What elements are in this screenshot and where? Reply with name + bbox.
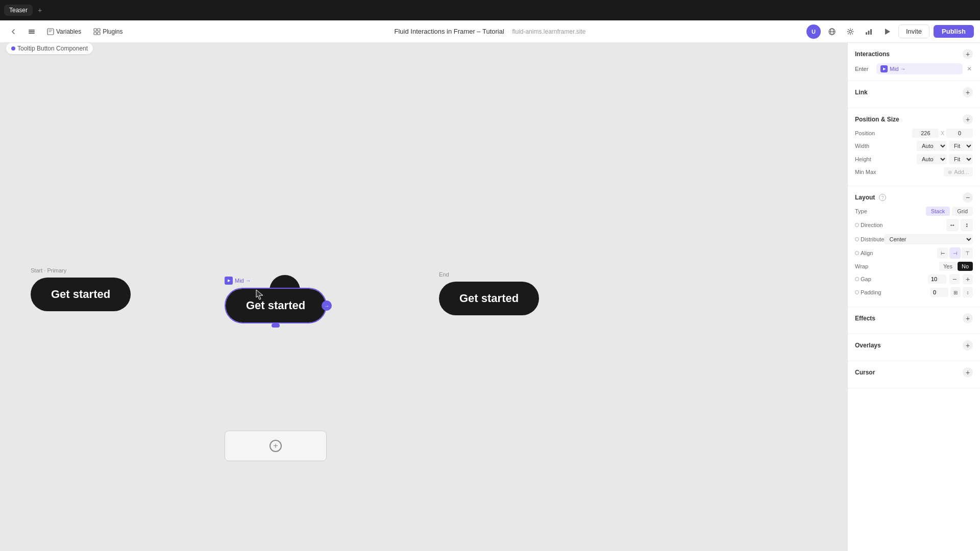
align-left-button[interactable]: ⊢ [937, 247, 948, 259]
direction-buttons: ↔ ↕ [946, 219, 973, 231]
svg-rect-4 [94, 29, 96, 31]
interaction-close-button[interactable]: ✕ [966, 64, 973, 73]
layout-info-icon: ? [879, 194, 886, 201]
right-handle[interactable]: → [322, 300, 332, 311]
publish-button[interactable]: Publish [934, 25, 974, 38]
start-button[interactable]: Get started [31, 278, 131, 311]
mid-button-wrapper[interactable]: Get started → [225, 288, 327, 323]
browser-tab-bar: Teaser + [0, 0, 980, 20]
layout-distribute-row: Distribute CenterStartEndSpace Between [855, 234, 973, 244]
globe-icon[interactable] [825, 24, 839, 39]
distribute-select[interactable]: CenterStartEndSpace Between [884, 234, 973, 244]
width-row: Width AutoFixed FitFill [855, 141, 973, 151]
align-center-button[interactable]: ⊣ [949, 247, 961, 259]
interaction-mid-button[interactable]: Mid → [876, 63, 963, 74]
invite-button[interactable]: Invite [898, 24, 929, 38]
align-buttons: ⊢ ⊣ ⊤ [937, 247, 973, 259]
add-icon[interactable]: + [270, 440, 282, 452]
tab-label: Teaser [9, 7, 28, 14]
distribute-dot [855, 237, 859, 241]
start-variant-container: Start · Primary Get started [31, 278, 131, 311]
layout-align-row: Align ⊢ ⊣ ⊤ [855, 247, 973, 259]
padding-adjust-button[interactable]: ↕ [963, 287, 973, 297]
width-fit-select[interactable]: FitFill [949, 141, 973, 151]
direction-vertical-button[interactable]: ↕ [961, 219, 973, 231]
breadcrumb-tooltip-button[interactable]: Tooltip Button Component [6, 43, 93, 54]
layout-stack-button[interactable]: Stack [926, 207, 950, 216]
mid-button[interactable]: Get started [226, 289, 326, 322]
overlays-title: Overlays [855, 342, 881, 349]
height-row: Height AutoFixed FitFill [855, 154, 973, 164]
padding-controls: ⊞ ↕ [930, 287, 973, 297]
gap-decrease-button[interactable]: − [949, 274, 960, 284]
wrap-no-button[interactable]: No [958, 262, 973, 271]
effects-section: Effects + [848, 307, 980, 334]
layers-icon[interactable] [24, 24, 39, 39]
position-size-add-button[interactable]: + [963, 114, 973, 124]
min-max-row: Min Max ⊕ Add... [855, 167, 973, 177]
interactions-title: Interactions [855, 51, 890, 58]
width-values: AutoFixed FitFill [917, 141, 973, 151]
back-icon[interactable] [6, 24, 20, 39]
preview-icon[interactable] [880, 24, 894, 39]
svg-rect-7 [97, 32, 100, 35]
layout-collapse-button[interactable]: − [963, 192, 973, 203]
layout-title: Layout [855, 194, 875, 201]
svg-rect-0 [29, 30, 35, 31]
variables-button[interactable]: Variables [43, 26, 85, 37]
layout-grid-button[interactable]: Grid [952, 207, 973, 216]
link-add-button[interactable]: + [963, 87, 973, 97]
breadcrumb-label: Tooltip Button Component [17, 45, 88, 52]
interactions-header: Interactions + [855, 49, 973, 59]
end-button[interactable]: Get started [439, 282, 539, 315]
position-size-title: Position & Size [855, 116, 899, 123]
padding-input[interactable] [930, 288, 948, 297]
mouse-cursor-icon [255, 289, 265, 299]
svg-rect-6 [94, 32, 96, 35]
padding-icon-button[interactable]: ⊞ [950, 287, 961, 297]
plugins-button[interactable]: Plugins [89, 26, 127, 37]
settings-icon[interactable] [843, 24, 857, 39]
end-variant-container: End IT'S FREE Get started [439, 282, 847, 315]
canvas[interactable]: Start · Primary Get started Mid → Get st… [0, 43, 847, 551]
padding-dot [855, 290, 859, 294]
svg-rect-11 [866, 32, 867, 35]
wrap-yes-button[interactable]: Yes [939, 262, 957, 271]
effects-add-button[interactable]: + [963, 313, 973, 323]
breadcrumb: Tooltip Button Component [6, 43, 93, 54]
interactions-section: Interactions + Enter Mid → ✕ [848, 43, 980, 81]
gap-dot [855, 277, 859, 281]
bottom-handle[interactable] [272, 323, 280, 328]
project-url: fluid-anims.learnframer.site [512, 28, 585, 35]
wrap-buttons: Yes No [939, 262, 973, 271]
height-auto-select[interactable]: AutoFixed [917, 154, 947, 164]
position-label: Position [855, 130, 875, 136]
tab-teaser[interactable]: Teaser [4, 5, 33, 16]
align-right-button[interactable]: ⊤ [962, 247, 973, 259]
cursor-add-button[interactable]: + [963, 367, 973, 378]
project-title: Fluid Interactions in Framer – Tutorial [395, 28, 504, 35]
position-y-input[interactable] [946, 129, 973, 138]
layout-header: Layout ? − [855, 192, 973, 203]
min-max-add-label[interactable]: Add... [954, 169, 969, 175]
gap-increase-button[interactable]: + [963, 274, 973, 284]
layout-type-row: Type Stack Grid [855, 207, 973, 216]
svg-point-10 [849, 30, 851, 33]
height-values: AutoFixed FitFill [917, 154, 973, 164]
link-section: Link + [848, 81, 980, 108]
direction-dot [855, 223, 859, 227]
user-avatar: U [806, 24, 821, 39]
position-x-sep: X [941, 131, 944, 136]
overlays-add-button[interactable]: + [963, 340, 973, 350]
width-auto-select[interactable]: AutoFixed [917, 141, 947, 151]
new-tab-button[interactable]: + [35, 4, 45, 16]
direction-horizontal-button[interactable]: ↔ [946, 219, 959, 231]
interactions-add-button[interactable]: + [963, 49, 973, 59]
gap-input[interactable] [928, 274, 946, 284]
bottom-element[interactable]: + [225, 431, 327, 461]
analytics-icon[interactable] [862, 24, 876, 39]
overlays-header: Overlays + [855, 340, 973, 350]
layout-type-buttons: Stack Grid [926, 207, 973, 216]
height-fit-select[interactable]: FitFill [949, 154, 973, 164]
position-x-input[interactable] [912, 129, 939, 138]
